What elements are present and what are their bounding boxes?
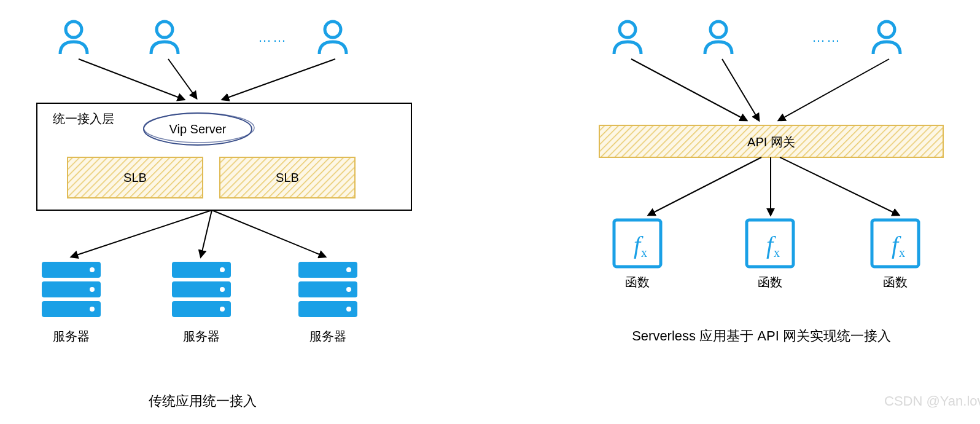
user-icon (319, 22, 346, 54)
svg-point-10 (90, 307, 95, 312)
watermark: CSDN @Yan.love (884, 393, 980, 409)
slb-label: SLB (276, 171, 299, 184)
svg-point-2 (66, 22, 82, 37)
server-icon (42, 262, 101, 317)
svg-point-23 (620, 22, 636, 37)
arrow (779, 59, 889, 120)
user-icon (614, 22, 641, 54)
server-label: 服务器 (183, 329, 220, 343)
function-icon: f x (614, 220, 661, 267)
svg-point-14 (220, 287, 225, 292)
function-label: 函数 (883, 275, 908, 289)
svg-text:x: x (641, 246, 647, 259)
user-icon (873, 22, 900, 54)
server-icon (298, 262, 357, 317)
arrow (780, 157, 899, 215)
arrow (648, 157, 761, 215)
function-icon: f x (872, 220, 919, 267)
function-label: 函数 (625, 275, 650, 289)
svg-point-6 (90, 267, 95, 272)
arrow (222, 59, 335, 100)
svg-point-3 (157, 22, 173, 37)
svg-point-20 (346, 287, 351, 292)
api-gateway-label: API 网关 (747, 135, 795, 149)
arrow (722, 59, 759, 120)
user-icon (60, 22, 87, 54)
vipserver-label: Vip Server (169, 122, 226, 136)
svg-text:x: x (899, 246, 905, 259)
user-icon (705, 22, 732, 54)
function-icon: f x (747, 220, 793, 267)
svg-point-24 (710, 22, 726, 37)
svg-point-4 (325, 22, 341, 37)
svg-point-8 (90, 287, 95, 292)
svg-point-18 (346, 267, 351, 272)
svg-point-12 (220, 267, 225, 272)
arrow (201, 210, 212, 257)
arrow (71, 210, 212, 257)
svg-point-25 (879, 22, 895, 37)
right-caption: Serverless 应用基于 API 网关实现统一接入 (632, 328, 891, 344)
ellipsis: …… (812, 29, 841, 45)
arrow (168, 59, 196, 98)
server-label: 服务器 (53, 329, 90, 343)
ellipsis: …… (258, 29, 287, 45)
server-label: 服务器 (309, 329, 346, 343)
function-label: 函数 (758, 275, 782, 289)
arrow (79, 59, 184, 100)
svg-point-16 (220, 307, 225, 312)
arrow (631, 59, 747, 120)
unified-layer-label: 统一接入层 (53, 112, 114, 125)
left-caption: 传统应用统一接入 (149, 393, 257, 409)
svg-point-22 (346, 307, 351, 312)
svg-text:x: x (774, 246, 780, 259)
arrow (212, 210, 325, 257)
user-icon (151, 22, 178, 54)
slb-label: SLB (123, 171, 147, 184)
server-icon (172, 262, 231, 317)
